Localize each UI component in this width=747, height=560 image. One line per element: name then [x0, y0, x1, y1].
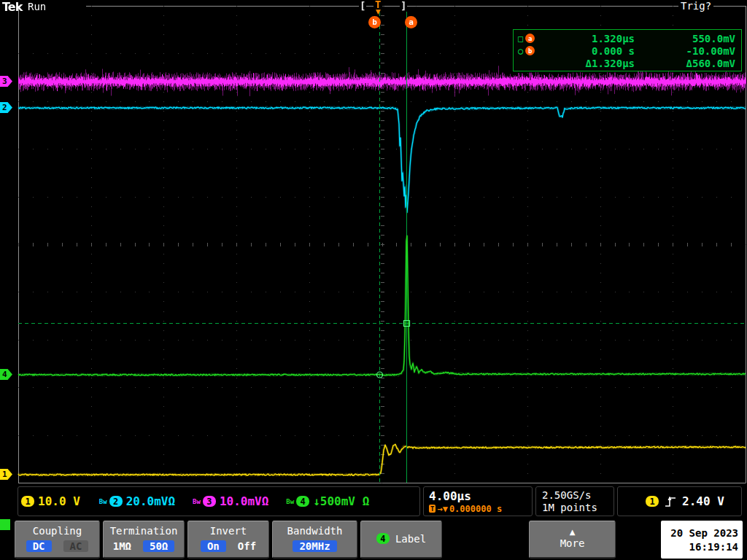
termination-50ohm-option[interactable]: 50Ω — [143, 540, 174, 552]
trigger-pos-arrow-icon: →▼ — [437, 504, 447, 514]
trigger-pos-value: 0.000000 s — [449, 504, 502, 514]
cursor-b-circle-icon: ○ — [518, 47, 523, 55]
ch4-badge: 4 — [296, 496, 309, 507]
invert-on-option[interactable]: On — [201, 540, 226, 552]
bandwidth-button[interactable]: Bandwidth 20MHz — [272, 521, 357, 559]
coupling-dc-option[interactable]: DC — [26, 540, 52, 552]
ch1-badge: 1 — [21, 496, 34, 507]
termination-button[interactable]: Termination 1MΩ 50Ω — [103, 521, 185, 559]
trigger-source-badge: 1 — [646, 496, 659, 507]
channel-scale-readouts: 1 10.0 V Bw 2 20.0mVΩ Bw 3 10.0mVΩ Bw 4 … — [18, 486, 420, 516]
cursor-a-handle[interactable]: a — [405, 16, 417, 28]
cursor-delta-time: Δ1.320µs — [550, 58, 635, 69]
trigger-t-icon: T — [429, 505, 436, 513]
trigger-position-arrow-icon: ▼ — [376, 8, 381, 15]
waveform-display — [0, 0, 747, 484]
cursor-delta-row: Δ1.320µs Δ560.0mV — [518, 57, 734, 69]
trigger-edge-icon — [664, 494, 677, 509]
bandwidth-title: Bandwidth — [287, 525, 343, 537]
ch4-scale: ↓500mV Ω — [313, 494, 369, 508]
cursor-a-time: 1.320µs — [550, 33, 635, 44]
date-value: 20 Sep 2023 — [670, 527, 738, 539]
horizontal-readout: 4.00µs T →▼ 0.000000 s — [423, 486, 533, 516]
invert-button[interactable]: Invert On Off — [187, 521, 269, 559]
cursor-b-voltage: -10.00mV — [635, 45, 735, 57]
time-value: 16:19:14 — [689, 541, 738, 553]
ch2-bandwidth-limit-icon: Bw — [99, 498, 107, 505]
invert-off-option[interactable]: Off — [238, 540, 256, 552]
trigger-position-readout: T →▼ 0.000000 s — [429, 504, 502, 514]
trigger-level: 2.40 V — [682, 494, 724, 508]
ch1-scale: 10.0 V — [38, 494, 80, 508]
cursor-delta-voltage: Δ560.0mV — [635, 58, 735, 69]
cursor-b-row: ○ b 0.000 s -10.00mV — [518, 44, 734, 57]
ch3-bandwidth-limit-icon: Bw — [193, 498, 201, 505]
termination-title: Termination — [110, 525, 178, 537]
sample-rate: 2.50GS/s — [542, 489, 591, 501]
ch2-scale: 20.0mVΩ — [126, 494, 175, 508]
trigger-status: Trig? — [678, 0, 713, 12]
coupling-button[interactable]: Coupling DC AC — [15, 521, 100, 559]
acquisition-readout: 2.50GS/s 1M points — [535, 486, 614, 516]
ch3-badge: 3 — [203, 496, 216, 507]
cursor-readout-box: □ a 1.320µs 550.0mV ○ b 0.000 s -10.00mV… — [513, 29, 742, 71]
more-up-arrow-icon: ▲ — [570, 528, 576, 536]
termination-1mohm-option[interactable]: 1MΩ — [113, 540, 131, 552]
timebase-value: 4.00µs — [429, 489, 471, 503]
more-title: More — [560, 537, 585, 549]
oscilloscope-screen: Tek Run Trig? [ ] T ▼ b a □ a 1.320µs 55… — [0, 0, 747, 560]
bandwidth-value[interactable]: 20MHz — [293, 540, 336, 552]
coupling-title: Coupling — [33, 525, 82, 537]
label-ch4-badge: 4 — [376, 533, 390, 544]
tek-logo: Tek — [2, 0, 22, 14]
invert-title: Invert — [210, 525, 247, 537]
ch4-bandwidth-limit-icon: Bw — [286, 498, 294, 505]
acq-window-bracket-left: [ — [359, 0, 366, 12]
cursor-a-row: □ a 1.320µs 550.0mV — [518, 32, 734, 44]
cursor-a-badge: a — [525, 34, 535, 43]
cursor-b-handle[interactable]: b — [368, 16, 381, 28]
acquisition-status: Run — [28, 1, 46, 12]
coupling-ac-option[interactable]: AC — [63, 540, 89, 552]
cursor-a-voltage: 550.0mV — [635, 33, 735, 44]
ch3-scale: 10.0mVΩ — [220, 494, 268, 508]
label-button[interactable]: 4 Label — [360, 521, 442, 559]
acq-window-bracket-right: ] — [400, 0, 407, 12]
record-length: 1M points — [542, 502, 597, 513]
ch4-menu-color-tab — [0, 519, 10, 530]
datetime-panel: 20 Sep 2023 16:19:14 — [661, 521, 743, 559]
cursor-a-square-icon: □ — [518, 34, 523, 43]
cursor-b-time: 0.000 s — [550, 45, 635, 57]
cursor-b-badge: b — [525, 46, 535, 55]
trigger-readout: 1 2.40 V — [617, 486, 742, 516]
ch2-badge: 2 — [109, 496, 123, 507]
label-title: Label — [395, 533, 426, 545]
more-button[interactable]: ▲ More — [529, 521, 616, 559]
